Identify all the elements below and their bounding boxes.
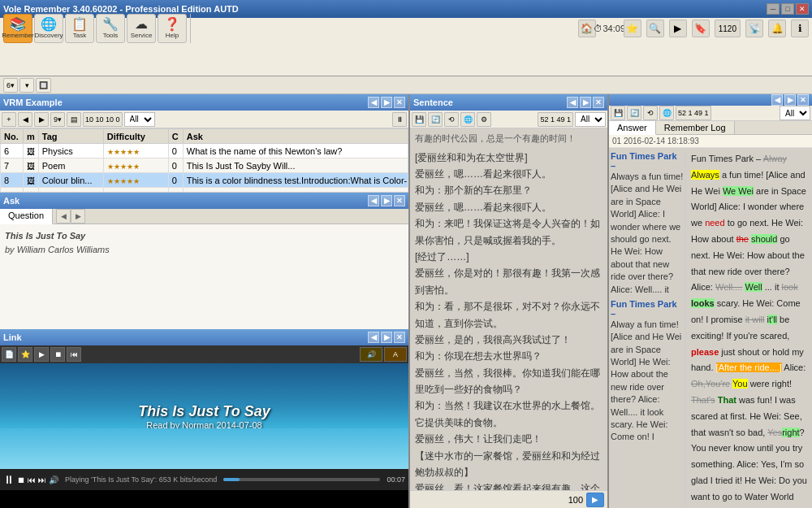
ask-next-btn[interactable]: ▶ bbox=[381, 195, 392, 206]
sub-toolbar: 6▾ ▾ 🔲 bbox=[0, 76, 812, 94]
link-tb-btn6[interactable]: 🔊 bbox=[360, 347, 382, 362]
ask-prev-btn[interactable]: ◀ bbox=[368, 195, 379, 206]
sub-btn-3[interactable]: 🔲 bbox=[36, 78, 51, 93]
player-bar: ⏸ ⏹ ⏮ ⏭ 🔊 Playing 'This Is Just To Say':… bbox=[0, 469, 408, 490]
sentence-panel: Sentence ◀ ▶ ✕ 💾 🔄 ⟲ 🌐 ⚙ 52 1 49 1 All 有… bbox=[410, 94, 609, 508]
tbl-btn-next[interactable]: ▶ bbox=[34, 112, 49, 127]
cell-c: 0 bbox=[168, 173, 183, 188]
menu-items: 📚 Remember 🌐 Discovery 📋 Task 🔧 Tools ☁ … bbox=[0, 18, 812, 39]
table-row[interactable]: 7 🖼 Poem ★★★★★ 0 This Is Just To Sayby W… bbox=[1, 158, 408, 173]
col-ask[interactable]: Ask bbox=[183, 129, 408, 144]
filter-icon[interactable]: 🔍 bbox=[646, 20, 664, 37]
home-icon[interactable]: 🏠 bbox=[578, 20, 596, 37]
vrm-panel-header: VRM Example ◀ ▶ ✕ bbox=[0, 94, 408, 111]
sentence-prev-btn[interactable]: ◀ bbox=[567, 97, 578, 108]
tbl-btn-card[interactable]: ▤ bbox=[67, 112, 81, 127]
right-close-btn[interactable]: ✕ bbox=[797, 94, 809, 106]
tbl-btn-prev[interactable]: ◀ bbox=[18, 112, 32, 127]
link-next-btn[interactable]: ▶ bbox=[381, 332, 392, 343]
service-icon: ☁ bbox=[135, 18, 148, 31]
link-tb-btn5[interactable]: ⏮ bbox=[67, 347, 81, 362]
rss-icon[interactable]: 📡 bbox=[745, 20, 763, 37]
remember-toolbar-btn[interactable]: 📚 Remember bbox=[3, 14, 32, 43]
maximize-button[interactable]: □ bbox=[781, 3, 794, 15]
discovery-toolbar-btn[interactable]: 🌐 Discovery bbox=[34, 14, 63, 43]
ask-nav-next[interactable]: ▶ bbox=[71, 209, 85, 224]
col-difficulty[interactable]: Difficulty bbox=[103, 129, 168, 144]
right-btn-3[interactable]: ⟲ bbox=[643, 106, 658, 120]
sent-btn-4[interactable]: 🌐 bbox=[460, 112, 475, 127]
link-tb-btn3[interactable]: ▶ bbox=[34, 347, 49, 362]
progress-fill bbox=[223, 478, 239, 481]
link-prev-btn[interactable]: ◀ bbox=[368, 332, 379, 343]
sent-btn-3[interactable]: ⟲ bbox=[444, 112, 459, 127]
vrm-prev-btn[interactable]: ◀ bbox=[368, 97, 379, 108]
link-tb-btn7[interactable]: A bbox=[384, 347, 407, 362]
minimize-button[interactable]: ─ bbox=[767, 3, 780, 15]
link-close-btn[interactable]: ✕ bbox=[394, 332, 405, 343]
ask-nav-prev[interactable]: ◀ bbox=[56, 209, 71, 224]
task-toolbar-btn[interactable]: 📋 Task bbox=[65, 14, 94, 43]
player-time: 00:07 bbox=[387, 475, 405, 484]
right-prev-btn[interactable]: ◀ bbox=[771, 94, 783, 106]
link-tb-btn4[interactable]: ⏹ bbox=[50, 347, 65, 362]
tab-remember-log[interactable]: Remember Log bbox=[656, 121, 735, 134]
tbl-btn-pause[interactable]: ⏸ bbox=[392, 112, 407, 127]
ask-close-btn[interactable]: ✕ bbox=[394, 195, 405, 206]
right-btn-4[interactable]: 🌐 bbox=[659, 106, 674, 120]
table-row[interactable]: 8 🖼 Colour blin... ★★★★★ 0 This is a col… bbox=[1, 173, 408, 188]
player-progress[interactable] bbox=[223, 478, 380, 481]
tools-toolbar-btn[interactable]: 🔧 Tools bbox=[96, 14, 125, 43]
close-button[interactable]: ✕ bbox=[796, 3, 809, 15]
right-filter[interactable]: All bbox=[780, 106, 810, 120]
right-btn-2[interactable]: 🔄 bbox=[627, 106, 641, 120]
sentence-progress: 100 bbox=[568, 495, 583, 505]
right-next-btn[interactable]: ▶ bbox=[784, 94, 796, 106]
count-label: 1120 bbox=[715, 20, 741, 37]
stop-btn[interactable]: ⏹ bbox=[17, 475, 25, 484]
discovery-icon: 🌐 bbox=[41, 18, 57, 31]
tbl-btn-add[interactable]: + bbox=[2, 112, 16, 127]
tbl-filter-select[interactable]: All bbox=[124, 112, 155, 127]
sent-btn-1[interactable]: 💾 bbox=[412, 112, 426, 127]
tab-question[interactable]: Question bbox=[0, 209, 53, 224]
vrm-close-btn[interactable]: ✕ bbox=[394, 97, 405, 108]
sent-btn-2[interactable]: 🔄 bbox=[428, 112, 443, 127]
sent-filter[interactable]: All bbox=[575, 112, 606, 127]
help-toolbar-btn[interactable]: ❓ Help bbox=[158, 14, 187, 43]
vol-btn[interactable]: 🔊 bbox=[49, 475, 58, 484]
col-tag[interactable]: Tag bbox=[38, 129, 103, 144]
sentence-header-text: 有趣的时代公园，总是一个有趣的时间！ bbox=[415, 132, 603, 146]
play-icon[interactable]: ▶ bbox=[669, 20, 687, 37]
bell-icon[interactable]: 🔔 bbox=[768, 20, 786, 37]
rew-btn[interactable]: ⏮ bbox=[28, 475, 36, 484]
table-toolbar: + ◀ ▶ 9▾ ▤ 10 10 10 0 All ⏸ bbox=[0, 111, 408, 128]
right-tabs: Answer Remember Log bbox=[609, 121, 812, 135]
tab-answer[interactable]: Answer bbox=[609, 121, 656, 135]
sent-btn-5[interactable]: ⚙ bbox=[477, 112, 491, 127]
info-icon[interactable]: ℹ bbox=[791, 20, 809, 37]
service-toolbar-btn[interactable]: ☁ Service bbox=[127, 14, 156, 43]
col-no[interactable]: No. bbox=[1, 129, 24, 144]
cell-tag: Physics bbox=[38, 144, 103, 158]
fwd-btn[interactable]: ⏭ bbox=[38, 475, 46, 484]
col-c[interactable]: C bbox=[168, 129, 183, 144]
go-button[interactable]: ▶ bbox=[586, 493, 604, 507]
link-tb-btn2[interactable]: ⭐ bbox=[18, 347, 32, 362]
star-icon[interactable]: ⭐ bbox=[624, 20, 641, 37]
sub-btn-2[interactable]: ▾ bbox=[19, 78, 34, 93]
sub-btn-1[interactable]: 6▾ bbox=[3, 78, 18, 93]
bookmark-icon[interactable]: 🔖 bbox=[692, 20, 710, 37]
sentence-next-btn[interactable]: ▶ bbox=[580, 97, 591, 108]
sentence-close-btn[interactable]: ✕ bbox=[593, 97, 604, 108]
vrm-next-btn[interactable]: ▶ bbox=[381, 97, 392, 108]
link-tb-btn1[interactable]: 📄 bbox=[2, 347, 16, 362]
table-row[interactable]: 6 🖼 Physics ★★★★★ 0 What is the name of … bbox=[1, 144, 408, 158]
ask-content: This Is Just To Say by William Carlos Wi… bbox=[0, 224, 408, 329]
data-table-container: No. m Tag Difficulty C Ask 6 🖼 Physics ★… bbox=[0, 128, 408, 192]
col-m[interactable]: m bbox=[24, 129, 39, 144]
tbl-btn-cols[interactable]: 10 10 10 0 bbox=[83, 112, 123, 127]
play-pause-btn[interactable]: ⏸ bbox=[3, 473, 15, 486]
cell-ask: This Is Just To Sayby Will... bbox=[183, 158, 408, 173]
right-btn-1[interactable]: 💾 bbox=[611, 106, 625, 120]
